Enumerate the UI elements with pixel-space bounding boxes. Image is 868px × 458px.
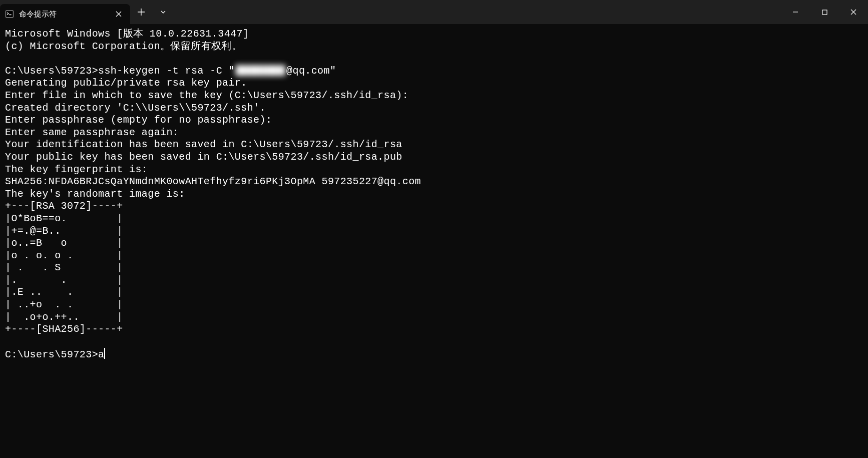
cursor bbox=[104, 348, 105, 359]
terminal-line: C:\Users\59723>a bbox=[5, 348, 863, 361]
terminal-line: Generating public/private rsa key pair. bbox=[5, 77, 863, 90]
maximize-button[interactable] bbox=[810, 0, 839, 24]
terminal-line: Enter passphrase (empty for no passphras… bbox=[5, 114, 863, 127]
terminal-line bbox=[5, 53, 863, 65]
terminal-line: SHA256:NFDA6BRJCsQaYNmdnMK0owAHTefhyfz9r… bbox=[5, 176, 863, 188]
terminal-line bbox=[5, 336, 863, 348]
window-controls bbox=[781, 0, 868, 24]
titlebar-drag-area[interactable] bbox=[174, 0, 781, 24]
terminal-output[interactable]: Microsoft Windows [版本 10.0.22631.3447](c… bbox=[0, 24, 868, 458]
terminal-line: The key fingerprint is: bbox=[5, 164, 863, 176]
tab-command-prompt[interactable]: 命令提示符 bbox=[0, 4, 130, 24]
app-window: 命令提示符 Microsoft Windows [版本 10.0.22 bbox=[0, 0, 868, 458]
terminal-line: Microsoft Windows [版本 10.0.22631.3447] bbox=[5, 28, 863, 41]
terminal-line: |. . | bbox=[5, 274, 863, 287]
terminal-line: Your identification has been saved in C:… bbox=[5, 139, 863, 151]
terminal-line: Enter same passphrase again: bbox=[5, 127, 863, 139]
terminal-line: C:\Users\59723>ssh-keygen -t rsa -C "███… bbox=[5, 65, 863, 78]
tab-dropdown-button[interactable] bbox=[152, 0, 174, 24]
terminal-icon bbox=[5, 10, 14, 19]
terminal-line: Your public key has been saved in C:\Use… bbox=[5, 151, 863, 164]
svg-rect-0 bbox=[6, 11, 14, 18]
titlebar[interactable]: 命令提示符 bbox=[0, 0, 868, 24]
terminal-line: Created directory 'C:\\Users\\59723/.ssh… bbox=[5, 102, 863, 115]
new-tab-button[interactable] bbox=[130, 0, 152, 24]
terminal-line: +----[SHA256]-----+ bbox=[5, 323, 863, 336]
terminal-line: | . . S | bbox=[5, 262, 863, 274]
redacted-email-local: ████████ bbox=[235, 65, 286, 77]
terminal-line: The key's randomart image is: bbox=[5, 188, 863, 201]
minimize-button[interactable] bbox=[781, 0, 810, 24]
terminal-line: Enter file in which to save the key (C:\… bbox=[5, 90, 863, 102]
terminal-line: | ..+o . . | bbox=[5, 299, 863, 311]
terminal-line: +---[RSA 3072]----+ bbox=[5, 200, 863, 213]
tab-strip: 命令提示符 bbox=[0, 0, 130, 24]
terminal-line: |o..=B o | bbox=[5, 237, 863, 250]
terminal-line: | .o+o.++.. | bbox=[5, 311, 863, 324]
terminal-line: (c) Microsoft Corporation。保留所有权利。 bbox=[5, 41, 863, 53]
close-window-button[interactable] bbox=[839, 0, 868, 24]
tab-close-button[interactable] bbox=[112, 8, 125, 21]
terminal-line: |o . o. o . | bbox=[5, 250, 863, 262]
terminal-line: |+=.@=B.. | bbox=[5, 225, 863, 238]
terminal-line: |O*BoB==o. | bbox=[5, 213, 863, 225]
terminal-line: |.E .. . | bbox=[5, 286, 863, 299]
svg-rect-1 bbox=[822, 10, 827, 15]
tab-label: 命令提示符 bbox=[19, 10, 107, 19]
